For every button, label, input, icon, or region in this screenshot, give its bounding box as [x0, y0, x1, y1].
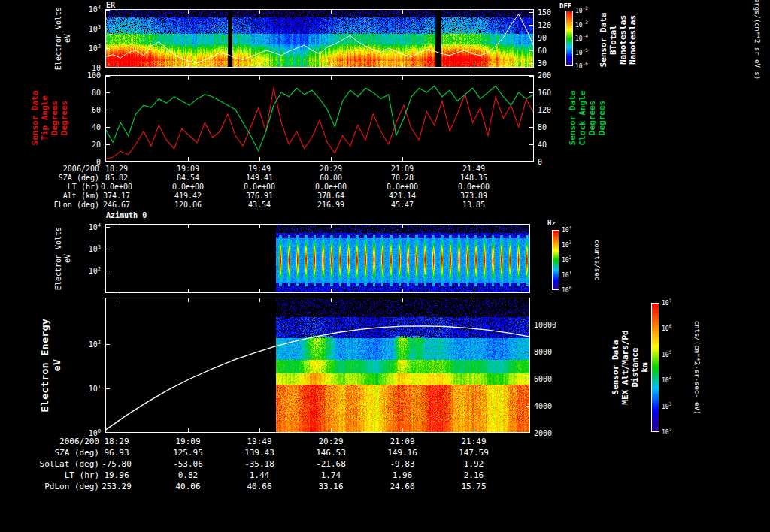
label-line: Electron Volts [54, 7, 63, 70]
label-line: Sensor Data [599, 13, 608, 68]
annotation-value: 1.96 [368, 470, 436, 480]
label-line: Sensor Data [30, 91, 40, 146]
flux-colorbar-unit: cnts/(cm**2-sr-sec- eV) [693, 321, 701, 415]
annotation-value: 18:29 [83, 437, 150, 446]
annotation-value: 96.93 [83, 448, 150, 458]
left-axis-tick-label: 102 [71, 267, 101, 275]
annotation-value: 18:29 [83, 165, 150, 173]
colorbar-tick-label: 107 [662, 300, 684, 307]
label-line: km [640, 330, 650, 404]
left-axis-tick-label: 102 [71, 44, 101, 53]
label-line: eV [63, 227, 72, 290]
annotation-value: 1.74 [297, 470, 365, 480]
annotation-value: 20:29 [297, 165, 365, 173]
colorbar-tick-label: 103 [562, 242, 584, 249]
azimuth0-spectrogram [105, 224, 530, 293]
left-axis-tick-label: 101 [71, 385, 101, 393]
label-line: Sensor Data [568, 91, 578, 146]
right-axis-tick-label: 40 [538, 141, 565, 149]
annotation-value: 0.0e+00 [83, 183, 150, 191]
annotation-value: 0.0e+00 [440, 183, 508, 191]
left-axis-tick-label: 40 [71, 123, 101, 131]
left-axis-tick-label: 80 [71, 89, 101, 97]
left-axis-tick-label: 20 [71, 141, 101, 149]
label-line: Electron Volts [54, 227, 63, 290]
right-axis-tick-label: 6000 [534, 375, 568, 383]
left-axis-tick-label: 104 [71, 5, 101, 14]
annotation-value: 19:09 [154, 165, 222, 173]
annotation-value: 21:49 [440, 437, 508, 446]
annotation-value: 15.75 [440, 482, 508, 491]
panel3-title: Azimuth 0 [106, 211, 147, 219]
annotation-value: 60.00 [297, 174, 365, 182]
left-axis-tick-label: 100 [71, 71, 101, 80]
panel1-title: ER [106, 1, 115, 9]
right-axis-tick-label: 160 [538, 89, 565, 97]
annotation-value: 148.35 [440, 174, 508, 182]
right-axis-tick-label: 10000 [534, 321, 568, 329]
colorbar-tick-label: 106 [662, 325, 684, 332]
right-axis-tick-label: 30 [538, 59, 565, 68]
plot-window: ER Azimuth 0 DEF Hz Electron Volts eV Se… [0, 0, 770, 532]
annotation-value: -35.18 [226, 459, 293, 469]
colorbar-tick-label: 104 [662, 377, 684, 384]
label-line: Nanoteslas [628, 13, 638, 68]
annotation-value: 19:49 [226, 437, 293, 446]
def-colorbar-unit: ergs/(cm**2 sr eV s) [753, 0, 761, 80]
label-line: eV [63, 7, 72, 70]
right-axis-tick-label: 90 [538, 34, 565, 42]
panel4-right-axis-label: Sensor Data MEX Alt/Mars/Pd Distance km [611, 330, 650, 404]
annotation-value: 0.0e+00 [297, 183, 365, 191]
label-line: MEX Alt/Mars/Pd [620, 330, 630, 404]
colorbar-tick-label: 100 [562, 287, 584, 294]
annotation-value: 374.17 [83, 192, 150, 200]
annotation-value: 21:09 [368, 165, 436, 173]
right-axis-tick-label: 80 [538, 123, 565, 131]
annotation-value: 419.42 [154, 192, 222, 200]
annotation-value: -75.80 [83, 459, 150, 469]
label-line: Electron Energy [39, 319, 51, 413]
annotation-value: 246.67 [83, 201, 150, 209]
panel1-y-axis-label: Electron Volts eV [54, 7, 72, 70]
colorbar-tick-label: 101 [562, 272, 584, 279]
annotation-value: 149.41 [226, 174, 293, 182]
annotation-value: 70.28 [368, 174, 436, 182]
annotation-value: 43.54 [226, 201, 293, 209]
annotation-value: 139.43 [226, 448, 293, 458]
colorbar-tick-label: 10-2 [575, 8, 598, 14]
annotation-value: 1.44 [226, 470, 293, 480]
left-axis-tick-label: 103 [71, 25, 101, 33]
colorbar-tick-label: 104 [562, 227, 584, 234]
annotation-value: 373.89 [440, 192, 508, 200]
annotation-value: 40.66 [226, 482, 293, 491]
counts-colorbar-title: Hz [547, 219, 556, 227]
annotation-value: -21.68 [297, 459, 365, 469]
annotation-value: 19:49 [226, 165, 293, 173]
right-axis-tick-label: 150 [538, 8, 565, 17]
annotation-value: 421.14 [368, 192, 436, 200]
left-axis-tick-label: 102 [71, 340, 101, 349]
left-axis-tick-label: 103 [71, 245, 101, 253]
annotation-value: 1.92 [440, 459, 508, 469]
annotation-value: 0.0e+00 [154, 183, 222, 191]
right-axis-tick-label: 8000 [534, 348, 568, 356]
annotation-value: 33.16 [297, 482, 365, 491]
annotation-value: 149.16 [368, 448, 436, 458]
label-line: Sensor Data [611, 330, 620, 404]
annotation-value: 376.91 [226, 192, 293, 200]
panel1-right-axis-label: Sensor Data BTotal Nanoteslas Nanoteslas [599, 13, 638, 68]
counts-colorbar-unit: counts/sec [593, 240, 601, 280]
right-axis-tick-label: 4000 [534, 402, 568, 410]
right-axis-tick-label: 200 [538, 71, 565, 80]
annotation-value: 0.0e+00 [226, 183, 293, 191]
annotation-value: 13.85 [440, 201, 508, 209]
annotation-value: 85.82 [83, 174, 150, 182]
left-axis-tick-label: 104 [71, 223, 101, 231]
label-line: eV [51, 319, 63, 413]
annotation-value: 45.47 [368, 201, 436, 209]
counts-colorbar [552, 230, 559, 290]
colorbar-tick-label: 105 [662, 352, 684, 358]
right-axis-tick-label: 60 [538, 47, 565, 55]
annotation-value: 378.64 [297, 192, 365, 200]
left-axis-tick-label: 60 [71, 106, 101, 114]
